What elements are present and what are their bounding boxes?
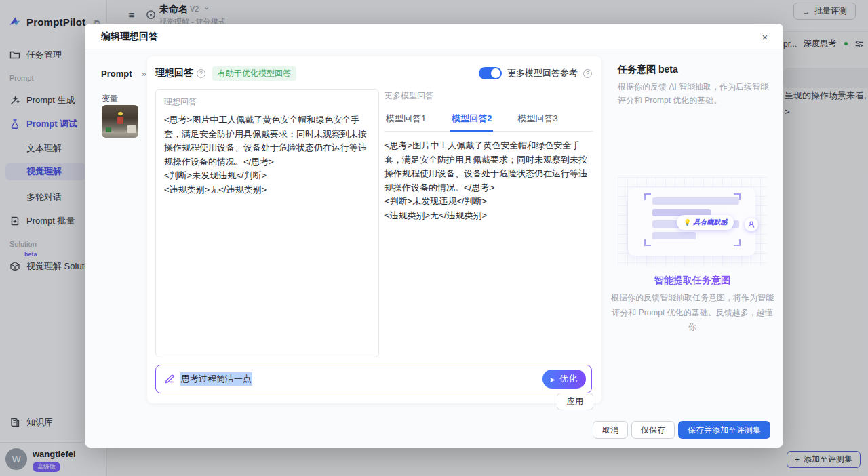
model-answer-content: <思考>图片中工人佩戴了黄色安全帽和绿色安全手套，满足安全防护用具佩戴要求；同时…: [384, 139, 593, 222]
ideal-answer-heading: 理想回答: [155, 67, 193, 79]
toggle-label: 更多模型回答参考: [507, 67, 578, 79]
cancel-button[interactable]: 取消: [593, 421, 628, 439]
scan-bracket-icon: [644, 193, 651, 200]
intent-description: 根据你的反馈 AI 智能抽取，作为后续智能评分和 Prompt 优化的基础。: [618, 80, 771, 108]
send-icon: ➤: [549, 375, 555, 384]
illustration-bar: [652, 197, 739, 205]
tab-model-answer-1[interactable]: 模型回答1: [384, 110, 427, 131]
modal-header: 编辑理想回答 ×: [85, 24, 783, 49]
scan-bracket-icon: [644, 239, 651, 246]
help-icon[interactable]: ?: [583, 69, 592, 78]
thumb-vest: [117, 117, 123, 124]
intent-beta-badge: beta: [658, 64, 678, 75]
illustration-card: 💡 具有幽默感: [628, 188, 755, 256]
answer-card: 理想回答 ? 有助于优化模型回答 更多模型回答参考 ? 理想回答 <思考>图片中…: [147, 56, 601, 403]
model-answer-tabs: 模型回答1 模型回答2 模型回答3: [384, 110, 593, 132]
optimize-button[interactable]: ➤ 优化: [542, 370, 586, 389]
bulb-icon: 💡: [684, 219, 691, 226]
card-header: 理想回答 ? 有助于优化模型回答 更多模型回答参考 ?: [155, 66, 592, 81]
more-model-answers-panel: 更多模型回答 模型回答1 模型回答2 模型回答3 <思考>图片中工人佩戴了黄色安…: [384, 89, 593, 357]
tab-model-answer-3[interactable]: 模型回答3: [516, 110, 559, 131]
modal-footer: 取消 仅保存 保存并添加至评测集: [85, 407, 783, 448]
thumb-helmet: [118, 112, 123, 115]
variables-label: 变量: [102, 93, 118, 104]
feedback-text-selected[interactable]: 思考过程简洁一点: [180, 372, 252, 386]
intent-cta-description: 根据你的反馈智能抽取任务意图，将作为智能评分和 Prompt 优化的基础。反馈越…: [611, 291, 774, 335]
ideal-answer-content[interactable]: <思考>图片中工人佩戴了黄色安全帽和绿色安全手套，满足安全防护用具佩戴要求；同时…: [164, 113, 370, 197]
intent-illustration: 💡 具有幽默感: [618, 177, 767, 266]
ideal-answer-editor[interactable]: 理想回答 <思考>图片中工人佩戴了黄色安全帽和绿色安全手套，满足安全防护用具佩戴…: [155, 89, 379, 357]
chevrons-right-icon: »: [142, 68, 146, 79]
person-icon: [745, 218, 758, 231]
save-and-add-button[interactable]: 保存并添加至评测集: [678, 421, 770, 439]
illustration-bar: [652, 232, 696, 239]
thumb-crate: [106, 127, 111, 132]
help-icon[interactable]: ?: [197, 69, 205, 78]
save-only-button[interactable]: 仅保存: [631, 421, 675, 439]
more-answers-label: 更多模型回答: [384, 90, 593, 102]
toggle-knob: [491, 68, 500, 78]
edit-pencil-icon: [164, 374, 175, 384]
scan-bracket-icon: [734, 193, 741, 200]
edit-ideal-answer-modal: 编辑理想回答 × Prompt » 变量 理想回答 ? 有助于优化模型回答 更多…: [85, 24, 783, 448]
intent-tooltip: 💡 具有幽默感: [677, 215, 734, 230]
more-answers-toggle[interactable]: [479, 67, 502, 79]
ideal-answer-box-label: 理想回答: [164, 96, 370, 108]
modal-title: 编辑理想回答: [101, 31, 158, 43]
task-intent-panel: 任务意图 beta 根据你的反馈 AI 智能抽取，作为后续智能评分和 Promp…: [601, 49, 783, 448]
tab-model-answer-2[interactable]: 模型回答2: [450, 110, 493, 132]
variable-image-thumbnail[interactable]: [102, 105, 138, 138]
intent-cta-link[interactable]: 智能提取任务意图: [601, 275, 783, 287]
scan-bracket-icon: [734, 239, 741, 246]
helps-optimize-badge: 有助于优化模型回答: [212, 66, 296, 81]
feedback-input[interactable]: 思考过程简洁一点 ➤ 优化: [155, 365, 592, 393]
prompt-collapse-toggle[interactable]: Prompt »: [101, 68, 146, 79]
intent-title: 任务意图 beta: [618, 64, 678, 76]
thumb-machine: [127, 125, 136, 133]
close-icon[interactable]: ×: [757, 29, 772, 44]
app-background: PromptPilot ⧉ 任务管理 Prompt Prompt 生成 Prom…: [0, 0, 868, 476]
